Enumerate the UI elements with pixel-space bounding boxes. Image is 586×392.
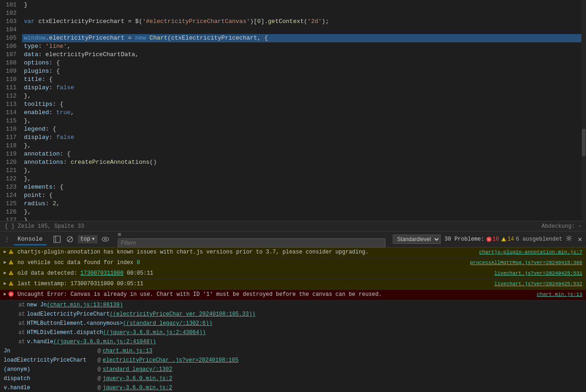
call-location-3[interactable]: jquery-3.6.0.min.js:2: [103, 375, 172, 383]
message-row-2[interactable]: ▶!old data detected: 1730070311000 00:05…: [0, 269, 586, 279]
cursor-position: { } Zeile 105, Spalte 33: [5, 223, 84, 230]
warning-icon: !: [8, 281, 16, 289]
error-badge-icon: ✕: [486, 236, 492, 242]
message-row-0[interactable]: ▶!chartjs-plugin-annotation has known is…: [0, 248, 586, 258]
call-function-3: dispatch: [4, 375, 96, 383]
ban-icon: [66, 236, 74, 243]
top-dropdown-arrow: ▼: [92, 237, 94, 242]
problems-label: 30 Probleme:: [444, 236, 484, 242]
svg-rect-0: [54, 236, 60, 242]
svg-text:✕: ✕: [488, 237, 490, 242]
call-frame-1: loadElectricityPriceChart @ electricityP…: [0, 356, 586, 365]
top-filter-dropdown[interactable]: top ▼: [78, 235, 98, 243]
code-line-110: title: {: [22, 75, 581, 84]
line-number-123: 123: [4, 183, 17, 191]
message-text: old data detected: 1730070311000 00:05:1…: [17, 269, 491, 277]
code-line-108: options: {: [22, 59, 581, 67]
console-header: ⋮ Konsole top ▼: [0, 231, 586, 248]
tab-konsole[interactable]: Konsole: [14, 234, 46, 245]
message-link-0[interactable]: chartjs-plugin-annotation.min.js:7: [479, 248, 582, 256]
code-line-114: enabled: true,: [22, 109, 581, 117]
call-function-0: Jn: [4, 347, 96, 355]
line-number-119: 119: [4, 150, 17, 158]
error-icon: ✕: [8, 291, 16, 300]
expand-button[interactable]: ▶: [4, 259, 6, 267]
message-text: no vehicle soc data found for index 0: [17, 259, 466, 267]
top-label: top: [80, 236, 91, 242]
expand-button[interactable]: ▶: [4, 248, 6, 256]
message-link-1[interactable]: processAllMqttMsg.js?ver=20240415:366: [470, 259, 582, 267]
line-number-127: 127: [4, 216, 17, 221]
close-button[interactable]: ✕: [578, 235, 582, 244]
line-number-110: 110: [4, 75, 17, 84]
call-location-1[interactable]: electricityPriceChar_.js?ver=20240108:10…: [103, 356, 238, 364]
message-row-4[interactable]: ▶✕Uncaught Error: Canvas is already in u…: [0, 290, 586, 300]
editor-area: 1011021031041051061071081091101111121131…: [0, 0, 586, 221]
expand-button[interactable]: ▶: [4, 280, 6, 288]
call-location-0[interactable]: chart.min.js:13: [103, 347, 152, 355]
message-row-1[interactable]: ▶!no vehicle soc data found for index 0p…: [0, 258, 586, 269]
code-line-123: elements: {: [22, 183, 581, 191]
line-number-101: 101: [4, 1, 17, 9]
code-line-119: annotation: {: [22, 150, 581, 158]
call-location-4[interactable]: jquery-3.6.0.min.js:2: [103, 384, 172, 392]
line-numbers: 1011021031041051061071081091101111121131…: [0, 0, 22, 221]
console-panel: ⋮ Konsole top ▼: [0, 231, 586, 392]
code-line-117: display: false: [22, 133, 581, 142]
stack-frame-3: at HTMLDivElement.dispatch ((jquery-3.6.…: [0, 328, 586, 337]
stack-location-1[interactable]: ((electricityPriceChar_ver_20240108:105.…: [109, 310, 255, 318]
code-line-106: type: 'line',: [22, 42, 581, 51]
message-row-3[interactable]: ▶!last timestamp: 1730070311000 00:05:11…: [0, 279, 586, 290]
message-link-4[interactable]: chart.min.js:13: [537, 290, 582, 299]
code-line-127: },: [22, 216, 581, 221]
clear-console-button[interactable]: [65, 234, 75, 244]
code-line-112: },: [22, 92, 581, 100]
call-location-2[interactable]: standard legacy/:1302: [103, 365, 172, 374]
console-right-controls: Standardlevel 30 Probleme: ✕ 16 ! 14 6 a…: [393, 235, 582, 244]
code-line-115: },: [22, 117, 581, 125]
call-frame-2: (anonym) @ standard legacy/:1302: [0, 365, 586, 374]
svg-text:✕: ✕: [10, 292, 12, 296]
stack-location-4[interactable]: ((jquery-3.6.0.min.js:2:41048)): [53, 338, 156, 346]
warning-badge-icon: !: [501, 236, 506, 242]
code-line-113: tooltips: {: [22, 100, 581, 109]
call-frame-4: v.handle @ jquery-3.6.0.min.js:2: [0, 383, 586, 392]
stack-location-0[interactable]: (chart.min.js:13:86139): [47, 301, 123, 309]
eye-icon: [102, 236, 109, 243]
filter-area: ≡: [118, 231, 386, 248]
message-link-3[interactable]: livechart.js?ver=20240425:532: [494, 280, 582, 288]
filter-input[interactable]: [118, 238, 386, 248]
line-number-114: 114: [4, 109, 17, 117]
line-number-117: 117: [4, 133, 17, 142]
stack-location-3[interactable]: ((jquery-3.6.0.min.js:2:43064)): [103, 329, 206, 337]
scrollbar-thumb[interactable]: [582, 129, 586, 156]
stack-function-1: loadElectricityPriceChart: [27, 310, 109, 318]
toggle-sidebar-button[interactable]: [52, 234, 62, 244]
line-number-104: 104: [4, 26, 17, 34]
expand-button[interactable]: ▶: [4, 269, 6, 277]
message-text: Uncaught Error: Canvas is already in use…: [17, 290, 533, 299]
stack-location-2[interactable]: ((standard legacy/:1302:6)): [123, 319, 212, 328]
hidden-count-badge: 6 ausgeblendet: [516, 236, 563, 242]
stack-frame-4: at v.handle ((jquery-3.6.0.min.js:2:4104…: [0, 337, 586, 346]
show-conditions-button[interactable]: [100, 234, 110, 244]
svg-text:!: !: [503, 238, 505, 242]
code-line-120: annotations: createPriceAnnotations(): [22, 158, 581, 167]
stack-function-3: HTMLDivElement.dispatch: [27, 329, 103, 337]
call-function-2: (anonym): [4, 365, 96, 374]
line-number-106: 106: [4, 42, 17, 51]
svg-point-4: [102, 237, 109, 242]
filter-icon: ≡: [118, 231, 121, 238]
message-link-2[interactable]: livechart.js?ver=20240425:531: [494, 269, 582, 277]
line-number-120: 120: [4, 158, 17, 167]
stack-function-0: new Jn: [27, 301, 46, 309]
level-select[interactable]: Standardlevel: [393, 235, 441, 244]
stack-function-2: HTMLButtonElement.<anonymous>: [27, 319, 123, 328]
error-count-badge: ✕ 16: [486, 236, 499, 242]
code-line-122: },: [22, 175, 581, 183]
stack-function-4: v.handle: [27, 338, 53, 346]
expand-button[interactable]: ▶: [4, 290, 6, 299]
settings-icon[interactable]: [566, 235, 572, 243]
line-number-115: 115: [4, 117, 17, 125]
vertical-scrollbar[interactable]: [581, 0, 586, 221]
